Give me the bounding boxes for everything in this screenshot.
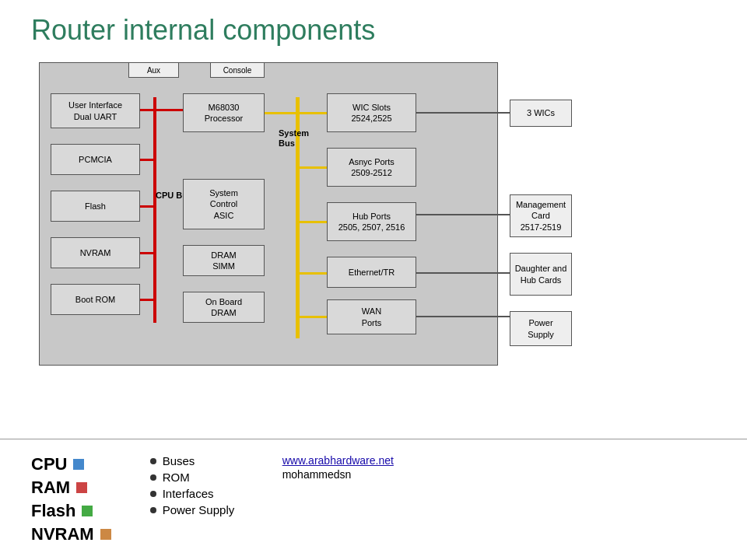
main-content: Aux Console CPU Bus SystemBus User Inter… (0, 54, 747, 381)
red-h4 (140, 252, 153, 254)
pcmcia-box: PCMCIA (51, 144, 140, 175)
ram-square (76, 482, 87, 493)
nvram-square (100, 529, 111, 540)
legend-flash: Flash (31, 501, 111, 521)
ext-line-1 (416, 112, 510, 114)
red-h1 (140, 109, 153, 111)
page-title: Router internal components (0, 0, 747, 54)
ext-line-4 (416, 316, 510, 317)
divider (0, 439, 747, 439)
red-h3 (140, 205, 153, 208)
processor-box: M68030Processor (183, 93, 265, 132)
legend-rom: ROM (150, 471, 251, 484)
rom-label: ROM (163, 471, 190, 484)
ram-label: RAM (31, 478, 70, 498)
red-h2 (140, 159, 153, 161)
flash-box: Flash (51, 191, 140, 222)
interfaces-label: Interfaces (163, 487, 214, 500)
legend-area: CPU RAM Flash NVRAM Buses ROM Interfaces (31, 454, 747, 544)
async-box: Asnyc Ports2509-2512 (327, 148, 416, 187)
bullet-buses (150, 458, 156, 464)
cpu-bus-line (153, 97, 156, 323)
powersupply-label: Power Supply (163, 503, 235, 516)
nvram-label: NVRAM (31, 524, 94, 544)
legend-left: CPU RAM Flash NVRAM (31, 454, 111, 544)
legend-cpu: CPU (31, 454, 111, 474)
legend-nvram: NVRAM (31, 524, 111, 544)
user-interface-box: User InterfaceDual UART (51, 93, 140, 128)
yellow-h1 (300, 112, 327, 114)
ext-line-3 (416, 272, 510, 274)
wic-box: WIC Slots2524,2525 (327, 93, 416, 132)
flash-square (82, 506, 93, 516)
cpu-square (73, 459, 84, 470)
legend-powersupply: Power Supply (150, 503, 251, 516)
ext-daughter-box: Daughter andHub Cards (510, 253, 572, 296)
legend-right: www.arabhardware.net mohammedsn (282, 454, 394, 481)
red-h5 (140, 299, 153, 301)
legend-ram: RAM (31, 478, 111, 498)
diagram-container: Aux Console CPU Bus SystemBus User Inter… (31, 54, 560, 381)
legend-interfaces: Interfaces (150, 487, 251, 500)
sca-box: SystemControlASIC (183, 179, 265, 229)
nvram-box: NVRAM (51, 237, 140, 268)
ext-mgmt-box: ManagementCard2517-2519 (510, 194, 572, 237)
yellow-h5 (300, 316, 327, 318)
bullet-powersupply (150, 507, 156, 513)
cpu-label: CPU (31, 454, 67, 474)
onboard-box: On BoardDRAM (183, 292, 265, 323)
legend-buses: Buses (150, 454, 251, 467)
flash-label: Flash (31, 501, 75, 521)
wan-box: WANPorts (327, 299, 416, 334)
ext-3wics-box: 3 WICs (510, 100, 572, 127)
yellow-h3 (300, 221, 327, 223)
ethernet-box: Ethernet/TR (327, 257, 416, 288)
bullet-interfaces (150, 491, 156, 497)
system-bus-label: SystemBus (279, 128, 309, 149)
legend-middle: Buses ROM Interfaces Power Supply (150, 454, 251, 516)
yellow-h4 (300, 272, 327, 275)
buses-label: Buses (163, 454, 195, 467)
hubports-box: Hub Ports2505, 2507, 2516 (327, 202, 416, 241)
system-bus-proc-line (265, 112, 296, 114)
ext-line-2 (416, 214, 510, 215)
bullet-rom (150, 474, 156, 481)
console-tag: Console (210, 62, 265, 78)
cpu-bus-proc-line (153, 109, 183, 111)
author-name: mohammedsn (282, 468, 394, 481)
yellow-h2 (300, 166, 327, 169)
website-link[interactable]: www.arabhardware.net (282, 454, 394, 467)
bootrom-box: Boot ROM (51, 284, 140, 315)
ext-power-box: PowerSupply (510, 311, 572, 346)
aux-tag: Aux (128, 62, 179, 78)
dram-box: DRAMSIMM (183, 245, 265, 276)
